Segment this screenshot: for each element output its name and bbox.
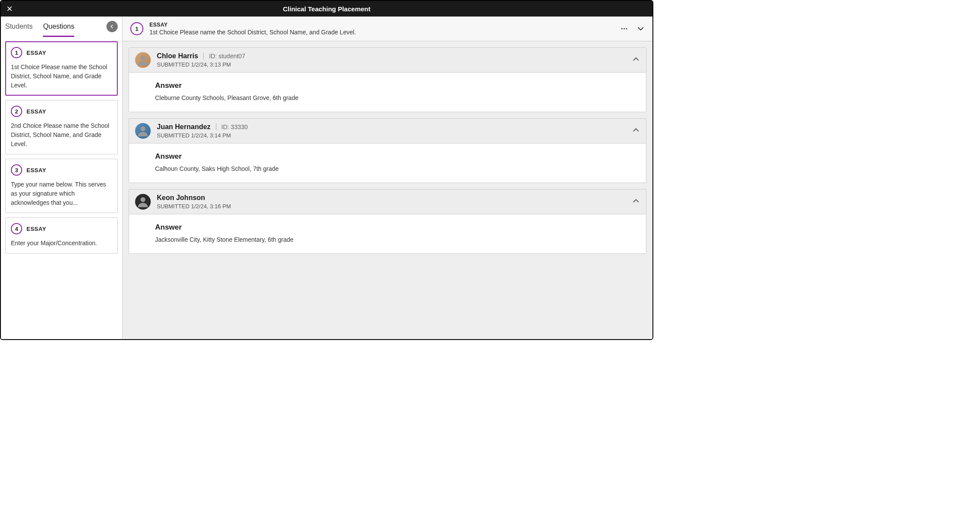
app-header: Clinical Teaching Placement	[1, 1, 652, 17]
response-header: Keon Johnson SUBMITTED 1/2/24, 3:16 PM	[129, 190, 646, 214]
submitted-timestamp: SUBMITTED 1/2/24, 3:14 PM	[157, 132, 632, 139]
avatar	[135, 52, 151, 68]
question-card[interactable]: 2 ESSAY 2nd Choice Please name the Schoo…	[5, 100, 118, 154]
more-options-button[interactable]	[620, 25, 628, 33]
response-body: Answer Calhoun County, Saks High School,…	[129, 143, 646, 183]
student-id: ID: student07	[203, 53, 245, 60]
question-type-label: ESSAY	[26, 108, 46, 115]
avatar	[135, 194, 151, 210]
question-text: 2nd Choice Please name the School Distri…	[11, 121, 112, 149]
svg-point-3	[624, 28, 625, 30]
student-name: Juan Hernandez	[157, 123, 211, 131]
student-id: ID: 33330	[216, 123, 248, 130]
answer-text: Calhoun County, Saks High School, 7th gr…	[155, 165, 640, 172]
close-button[interactable]	[5, 4, 14, 13]
response-card: Chloe Harris ID: student07 SUBMITTED 1/2…	[129, 47, 646, 112]
svg-point-2	[621, 28, 622, 30]
svg-point-5	[140, 55, 145, 60]
question-text: 1st Choice Please name the School Distri…	[11, 63, 112, 90]
collapse-response-button[interactable]	[632, 197, 640, 207]
submitted-timestamp: SUBMITTED 1/2/24, 3:13 PM	[157, 61, 632, 68]
collapse-question-button[interactable]	[637, 25, 645, 33]
collapse-sidebar-button[interactable]	[106, 21, 118, 32]
responses-list: Chloe Harris ID: student07 SUBMITTED 1/2…	[122, 41, 652, 339]
question-card[interactable]: 1 ESSAY 1st Choice Please name the Schoo…	[5, 41, 118, 96]
response-header: Juan Hernandez ID: 33330 SUBMITTED 1/2/2…	[129, 119, 646, 143]
submitted-timestamp: SUBMITTED 1/2/24, 3:16 PM	[157, 203, 632, 210]
question-type-label: ESSAY	[26, 226, 46, 232]
response-header: Chloe Harris ID: student07 SUBMITTED 1/2…	[129, 48, 646, 73]
question-number-badge: 3	[11, 164, 22, 176]
question-number-badge: 1	[130, 22, 143, 35]
main-panel: 1 ESSAY 1st Choice Please name the Schoo…	[122, 17, 652, 339]
question-card[interactable]: 4 ESSAY Enter your Major/Concentration.	[5, 217, 118, 253]
answer-text: Jacksonville City, Kitty Stone Elementar…	[155, 236, 640, 243]
question-type-label: ESSAY	[149, 22, 620, 28]
page-title: Clinical Teaching Placement	[1, 5, 652, 13]
question-card[interactable]: 3 ESSAY Type your name below. This serve…	[5, 159, 118, 213]
answer-text: Cleburne County Schools, Pleasant Grove,…	[155, 94, 640, 101]
student-name: Chloe Harris	[157, 52, 198, 60]
answer-label: Answer	[155, 81, 640, 90]
question-number-badge: 4	[11, 223, 22, 234]
svg-point-4	[626, 28, 627, 30]
question-list: 1 ESSAY 1st Choice Please name the Schoo…	[1, 37, 122, 258]
question-text: Enter your Major/Concentration.	[11, 239, 112, 248]
question-text: 1st Choice Please name the School Distri…	[149, 29, 620, 36]
collapse-response-button[interactable]	[632, 55, 640, 65]
sidebar: Students Questions 1 ESSAY 1st Choice Pl…	[1, 17, 122, 339]
student-name: Keon Johnson	[157, 194, 205, 202]
question-header: 1 ESSAY 1st Choice Please name the Schoo…	[122, 17, 652, 41]
question-text: Type your name below. This serves as you…	[11, 180, 112, 207]
response-card: Keon Johnson SUBMITTED 1/2/24, 3:16 PM A…	[129, 189, 646, 254]
question-number-badge: 1	[11, 47, 22, 58]
avatar	[135, 123, 151, 139]
question-type-label: ESSAY	[26, 167, 46, 173]
svg-point-7	[140, 197, 145, 202]
question-type-label: ESSAY	[26, 50, 46, 56]
answer-label: Answer	[155, 223, 640, 232]
tab-students[interactable]: Students	[5, 23, 33, 37]
answer-label: Answer	[155, 152, 640, 161]
tabs: Students Questions	[1, 17, 122, 37]
response-body: Answer Jacksonville City, Kitty Stone El…	[129, 214, 646, 253]
response-card: Juan Hernandez ID: 33330 SUBMITTED 1/2/2…	[129, 118, 646, 183]
svg-point-6	[140, 126, 145, 131]
question-number-badge: 2	[11, 106, 22, 117]
tab-questions[interactable]: Questions	[43, 23, 74, 37]
collapse-response-button[interactable]	[632, 126, 640, 136]
response-body: Answer Cleburne County Schools, Pleasant…	[129, 73, 646, 112]
